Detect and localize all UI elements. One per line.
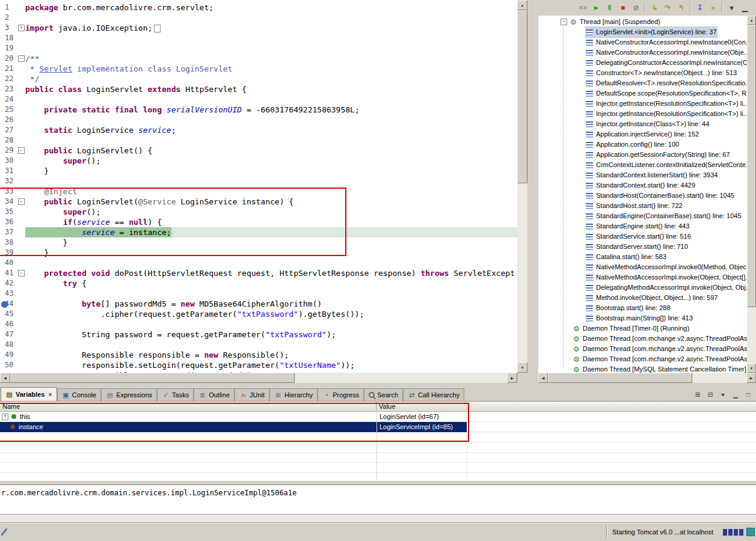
scroll-left-icon[interactable]: ◀: [0, 373, 10, 383]
fold-margin[interactable]: [18, 360, 25, 370]
line-number[interactable]: 26: [0, 115, 18, 125]
breakpoint-icon[interactable]: [1, 301, 8, 308]
fold-margin[interactable]: [18, 166, 25, 176]
debug-vertical-scrollbar[interactable]: ▲ ▼: [747, 16, 756, 373]
line-number[interactable]: 39: [0, 248, 18, 258]
fold-margin[interactable]: [18, 33, 25, 43]
resume-icon[interactable]: ►: [590, 2, 603, 14]
fold-margin[interactable]: [18, 64, 25, 74]
line-number[interactable]: 29: [0, 145, 18, 156]
editor-vertical-scrollbar[interactable]: ▲ ▼: [517, 0, 527, 373]
tab-variables[interactable]: ▤Variables×: [1, 387, 57, 401]
show-progress-view-icon[interactable]: [746, 528, 755, 536]
daemon-thread-item[interactable]: ⚙Daemon Thread [Timer-0] (Running): [538, 323, 747, 334]
variable-row[interactable]: +thisLoginServlet (id=67): [0, 412, 756, 422]
daemon-thread-item[interactable]: ⚙Daemon Thread [MySQL Statement Cancella…: [538, 364, 747, 373]
stack-frame-item[interactable]: NativeMethodAccessorImpl.invoke0(Method,…: [538, 262, 747, 272]
tab-outline[interactable]: ≣Outline: [194, 388, 235, 401]
close-icon[interactable]: ×: [48, 391, 52, 398]
scroll-right-icon[interactable]: ▶: [507, 373, 517, 383]
stack-frame-item[interactable]: Injector.getInstance(Class<T>) line: 44: [538, 119, 747, 129]
step-return-icon[interactable]: ↰: [675, 2, 687, 14]
code-line[interactable]: 35 super();: [0, 207, 517, 217]
minimize-view-icon[interactable]: ▁: [731, 390, 740, 399]
code-line[interactable]: 25 private static final long serialVersi…: [0, 105, 517, 115]
fold-margin[interactable]: [18, 94, 25, 105]
code-line[interactable]: 27 static LoginService service;: [0, 125, 517, 135]
code-line[interactable]: 29− public LoginServlet() {: [0, 145, 517, 156]
code-line[interactable]: 24: [0, 94, 517, 105]
code-line[interactable]: 34− public LoginServlet(@Service LoginSe…: [0, 197, 517, 207]
fold-margin[interactable]: [18, 309, 25, 319]
fold-margin[interactable]: −: [18, 197, 25, 207]
fold-margin[interactable]: [18, 186, 25, 197]
use-step-filters-icon[interactable]: »: [707, 2, 719, 14]
stack-frame-item[interactable]: Catalina.start() line: 583: [538, 252, 747, 262]
column-divider[interactable]: [376, 401, 377, 481]
line-number[interactable]: 50: [0, 360, 18, 370]
code-line[interactable]: 40: [0, 258, 517, 268]
step-into-icon[interactable]: ↳: [648, 2, 661, 14]
stack-frame-item[interactable]: Application.injectService() line: 152: [538, 129, 747, 139]
stack-frame-item[interactable]: Application.config() line: 100: [538, 139, 747, 150]
stack-frame-item[interactable]: StandardEngine.start() line: 443: [538, 221, 747, 231]
line-number[interactable]: 41: [0, 268, 18, 278]
fold-margin[interactable]: [18, 84, 25, 94]
line-number[interactable]: 35: [0, 207, 18, 217]
view-menu-icon[interactable]: ▾: [725, 2, 738, 14]
scroll-left-icon[interactable]: ◀: [538, 373, 548, 383]
fold-margin[interactable]: −: [18, 53, 25, 64]
fold-margin[interactable]: [18, 217, 25, 227]
code-line[interactable]: 26: [0, 115, 517, 125]
stack-frame-item[interactable]: Method.invoke(Object, Object...) line: 5…: [538, 293, 747, 303]
variable-detail-pane[interactable]: r.com.mercadolivre.crm.domain.services.i…: [0, 484, 756, 514]
stack-frame-item[interactable]: Injector.getInstance(ResolutionSpecifica…: [538, 109, 747, 119]
code-line[interactable]: 43: [0, 289, 517, 299]
line-number[interactable]: 36: [0, 217, 18, 227]
line-number[interactable]: 31: [0, 166, 18, 176]
code-line[interactable]: 18: [0, 33, 517, 43]
line-number[interactable]: 3: [0, 23, 18, 33]
line-number[interactable]: 40: [0, 258, 18, 268]
fold-margin[interactable]: [18, 248, 25, 258]
code-line[interactable]: 3+import java.io.IOException;: [0, 23, 517, 33]
fold-margin[interactable]: +: [18, 23, 25, 33]
code-line[interactable]: 22 */: [0, 74, 517, 84]
terminate-icon[interactable]: ■: [616, 2, 629, 14]
fold-margin[interactable]: −: [18, 145, 25, 156]
fold-margin[interactable]: [18, 278, 25, 289]
fold-margin[interactable]: [18, 156, 25, 166]
tab-progress[interactable]: ◔Progress: [318, 388, 364, 401]
stack-frame-item[interactable]: Bootstrap.start() line: 288: [538, 303, 747, 313]
line-number[interactable]: 2: [0, 13, 18, 23]
code-line[interactable]: 28: [0, 135, 517, 145]
fold-toggle-icon[interactable]: −: [18, 198, 25, 205]
minimize-view-icon[interactable]: ▁: [739, 2, 751, 14]
code-line[interactable]: 50 responsible.setLogin(request.getParam…: [0, 360, 517, 370]
stack-frame-item[interactable]: DefaultScope.scope(ResolutionSpecificati…: [538, 88, 747, 99]
line-number[interactable]: 45: [0, 309, 18, 319]
stack-frame-item[interactable]: StandardServer.start() line: 710: [538, 242, 747, 252]
fold-margin[interactable]: [18, 237, 25, 248]
scrollbar-thumb[interactable]: [747, 25, 756, 307]
disconnect-icon[interactable]: ⊘: [630, 2, 642, 14]
variable-row[interactable]: instanceLoginServiceImpl (id=85): [0, 422, 756, 432]
fold-margin[interactable]: [18, 135, 25, 145]
fold-margin[interactable]: [18, 125, 25, 135]
debug-horizontal-scrollbar[interactable]: ◀ ▶: [538, 373, 756, 383]
stack-frame-item[interactable]: NativeConstructorAccessorImpl.newInstanc…: [538, 47, 747, 58]
tab-tasks[interactable]: ✓Tasks: [157, 388, 194, 401]
fold-toggle-icon[interactable]: −: [18, 270, 25, 277]
stack-frame-item[interactable]: Application.getSessionFactory(String) li…: [538, 150, 747, 160]
line-number[interactable]: 32: [0, 176, 18, 186]
fold-margin[interactable]: [18, 43, 25, 53]
collapse-expander-icon[interactable]: −: [561, 19, 567, 25]
stack-frame-item[interactable]: Constructor<T>.newInstance(Object...) li…: [538, 68, 747, 78]
code-line[interactable]: 49 Responsible responsible = new Respons…: [0, 350, 517, 360]
stack-frame-item[interactable]: DefaultResolver<T>.resolve(ResolutionSpe…: [538, 78, 747, 88]
fold-margin[interactable]: [18, 115, 25, 125]
remove-all-terminated-icon[interactable]: ××: [577, 2, 589, 14]
fold-margin[interactable]: [18, 340, 25, 350]
stack-frame-item[interactable]: Injector.getInstance(ResolutionSpecifica…: [538, 99, 747, 109]
thread-item[interactable]: −⚙Thread [main] (Suspended): [538, 17, 747, 27]
